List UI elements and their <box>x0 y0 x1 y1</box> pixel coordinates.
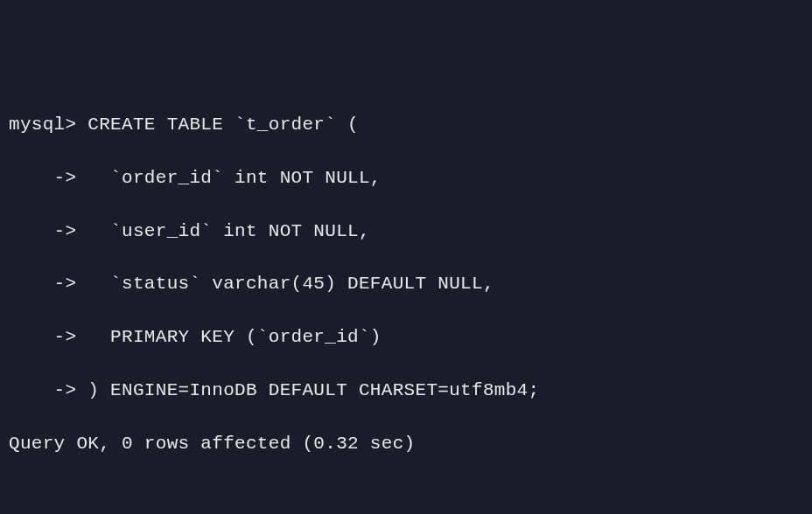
terminal-line: -> PRIMARY KEY (`order_id`) <box>9 324 803 351</box>
terminal-line: -> `user_id` int NOT NULL, <box>9 219 803 245</box>
terminal-line: mysql> show tables; <box>9 511 803 514</box>
terminal-line: -> `order_id` int NOT NULL, <box>9 165 803 191</box>
terminal-line: mysql> CREATE TABLE `t_order` ( <box>9 112 803 138</box>
terminal-line: -> ) ENGINE=InnoDB DEFAULT CHARSET=utf8m… <box>9 378 803 404</box>
terminal-line: Query OK, 0 rows affected (0.32 sec) <box>9 431 803 457</box>
terminal-line: -> `status` varchar(45) DEFAULT NULL, <box>9 271 803 297</box>
